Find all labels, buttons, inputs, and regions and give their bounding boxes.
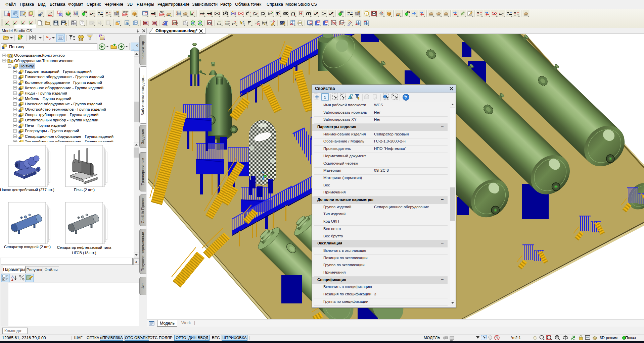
svg-text:Б+00: Б+00	[225, 22, 230, 24]
svg-text:D: D	[49, 37, 51, 40]
svg-text:Оборудование.Технологическое: Оборудование.Технологическое	[14, 58, 74, 63]
svg-text:DWG: DWG	[173, 22, 178, 24]
svg-text:Резервуары - Группа изделий: Резервуары - Группа изделий	[25, 128, 79, 133]
svg-text:DN: DN	[84, 11, 87, 13]
svg-text:000: 000	[218, 20, 221, 22]
svg-text:Насосное оборудование - Группа: Насосное оборудование - Группа изделий	[25, 102, 102, 106]
svg-text:Люди - Группа изделий: Люди - Группа изделий	[25, 91, 67, 96]
svg-text:m: m	[160, 13, 162, 16]
svg-text:00: 00	[270, 20, 272, 22]
svg-text:Отопительный прибор - Группа и: Отопительный прибор - Группа изделий	[25, 118, 98, 122]
svg-text:1: 1	[324, 95, 326, 100]
svg-text:DN: DN	[340, 11, 343, 13]
svg-text:A: A	[243, 22, 245, 25]
svg-text:Печи - Группа изделий: Печи - Группа изделий	[25, 123, 66, 128]
svg-text:B1: B1	[258, 20, 260, 22]
svg-text:Опоры трубопроводов - Группа и: Опоры трубопроводов - Группа изделий	[25, 112, 98, 117]
svg-text:BL: BL	[60, 14, 62, 16]
svg-text:Емкостное оборудование - Групп: Емкостное оборудование - Группа изделий	[25, 74, 104, 79]
svg-text:Обустройство терминалов - Груп: Обустройство терминалов - Группа изделий	[25, 107, 106, 112]
svg-text:10: 10	[234, 20, 236, 22]
svg-text:m: m	[123, 13, 125, 16]
svg-text:Мебель - Группа изделий: Мебель - Группа изделий	[25, 96, 71, 101]
svg-text:Колонное оборудование - Группа: Колонное оборудование - Группа изделий	[25, 80, 102, 85]
svg-text:Сепарационное оборудование - Г: Сепарационное оборудование - Группа изде…	[25, 134, 113, 139]
svg-text:CL: CL	[58, 11, 60, 13]
svg-text:Оборудование.Конструктор: Оборудование.Конструктор	[14, 53, 65, 58]
svg-text:DN: DN	[407, 11, 410, 13]
svg-text:DWG: DWG	[341, 21, 345, 23]
svg-text:Z: Z	[11, 278, 13, 281]
svg-text:?: ?	[405, 95, 407, 100]
svg-text:1: 1	[366, 12, 368, 15]
svg-text:PDF: PDF	[160, 11, 164, 13]
svg-text:По типу: По типу	[19, 64, 34, 68]
svg-text:СТАРТ: СТАРТ	[123, 11, 129, 13]
svg-text:Гидрант пожарный - Группа изде: Гидрант пожарный - Группа изделий	[25, 69, 92, 74]
svg-text:Котельное оборудование - Групп: Котельное оборудование - Группа изделий	[25, 85, 103, 90]
